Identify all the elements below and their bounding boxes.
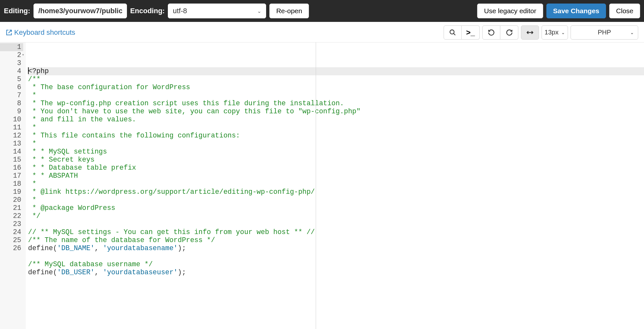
line-number: 7 xyxy=(0,91,23,99)
code-line[interactable]: * The wp-config.php creation script uses… xyxy=(28,99,644,108)
code-token: 'DB_USER' xyxy=(57,268,94,276)
line-number: 6 xyxy=(0,83,23,91)
search-terminal-group: >_ xyxy=(444,25,480,40)
chevron-down-icon: ⌄ xyxy=(561,30,565,35)
code-token: , xyxy=(94,244,103,252)
line-number: 13 xyxy=(0,140,23,148)
code-line[interactable]: * * Secret keys xyxy=(28,156,644,164)
code-token: * The base configuration for WordPress xyxy=(28,83,190,91)
code-line[interactable]: * * ABSPATH xyxy=(28,172,644,180)
code-token: * * Secret keys xyxy=(28,156,94,164)
line-number: 9 xyxy=(0,108,23,116)
code-token: ); xyxy=(178,268,186,276)
code-line[interactable]: define('DB_NAME', 'yourdatabasename'); xyxy=(28,244,644,252)
close-button[interactable]: Close xyxy=(609,4,640,18)
line-number: 1 xyxy=(0,43,23,51)
code-token: * * Database table prefix xyxy=(28,164,136,172)
file-path-input[interactable] xyxy=(34,4,127,18)
code-line[interactable]: * xyxy=(28,180,644,188)
reopen-button[interactable]: Re-open xyxy=(269,4,309,18)
line-number: 22 xyxy=(0,212,23,220)
code-line[interactable]: <?php xyxy=(28,67,644,75)
code-content[interactable]: <?php/** * The base configuration for Wo… xyxy=(26,42,644,329)
redo-icon xyxy=(506,29,513,36)
editing-group: Editing: xyxy=(4,4,127,18)
code-token: */ xyxy=(28,212,41,220)
topbar-right: Use legacy editor Save Changes Close xyxy=(477,4,640,18)
code-line[interactable]: * @link https://wordpress.org/support/ar… xyxy=(28,188,644,196)
code-line[interactable]: * * MySQL settings xyxy=(28,148,644,156)
code-token: <?php xyxy=(28,67,49,75)
code-line[interactable]: * @package WordPress xyxy=(28,204,644,212)
code-line[interactable]: * This file contains the following confi… xyxy=(28,132,644,140)
language-select[interactable]: PHP ⌄ xyxy=(571,25,638,40)
encoding-value: utf-8 xyxy=(173,7,187,15)
chevron-down-icon: ⌄ xyxy=(630,30,634,35)
undo-redo-group xyxy=(482,25,518,40)
save-button[interactable]: Save Changes xyxy=(546,4,606,18)
search-icon xyxy=(449,29,456,36)
line-number: 3 xyxy=(0,59,23,67)
keyboard-shortcuts-link[interactable]: Keyboard shortcuts xyxy=(6,28,75,37)
code-token: * @package WordPress xyxy=(28,204,115,212)
line-number: 18 xyxy=(0,180,23,188)
code-token: * @link https://wordpress.org/support/ar… xyxy=(28,188,315,196)
code-line[interactable]: * xyxy=(28,124,644,132)
encoding-select[interactable]: utf-8 ⌄ xyxy=(168,4,266,18)
editing-label: Editing: xyxy=(4,7,30,15)
code-token: 'DB_NAME' xyxy=(57,244,94,252)
code-line[interactable]: * xyxy=(28,196,644,204)
code-line[interactable] xyxy=(28,220,644,228)
line-number: 4 xyxy=(0,67,23,75)
code-line[interactable]: * xyxy=(28,91,644,99)
code-token: * * ABSPATH xyxy=(28,172,78,180)
editor-toolbar: Keyboard shortcuts >_ xyxy=(0,22,644,42)
code-line[interactable]: * You don't have to use the web site, yo… xyxy=(28,108,644,116)
code-line[interactable]: /** The name of the database for WordPre… xyxy=(28,236,644,244)
code-token: * xyxy=(28,91,36,99)
code-line[interactable]: /** xyxy=(28,75,644,83)
terminal-icon: >_ xyxy=(466,28,475,37)
code-editor[interactable]: 12▾3456789101112131415161718192021222324… xyxy=(0,42,644,329)
line-number: 12 xyxy=(0,132,23,140)
wrap-toggle-button[interactable] xyxy=(521,25,539,40)
code-line[interactable]: // ** MySQL settings - You can get this … xyxy=(28,228,644,236)
legacy-editor-button[interactable]: Use legacy editor xyxy=(477,4,543,18)
svg-point-0 xyxy=(450,30,454,34)
code-token: * xyxy=(28,124,36,131)
code-line[interactable]: define('DB_USER', 'yourdatabaseuser'); xyxy=(28,268,644,277)
encoding-group: Encoding: utf-8 ⌄ xyxy=(130,4,266,18)
code-line[interactable]: /** MySQL database username */ xyxy=(28,260,644,268)
redo-button[interactable] xyxy=(500,25,518,40)
code-line[interactable]: * and fill in the values. xyxy=(28,116,644,124)
code-line[interactable] xyxy=(28,252,644,260)
terminal-button[interactable]: >_ xyxy=(462,25,480,40)
code-line[interactable]: */ xyxy=(28,212,644,220)
print-margin xyxy=(316,42,316,329)
line-number: 14 xyxy=(0,148,23,156)
language-value: PHP xyxy=(598,29,611,36)
font-size-value: 13px xyxy=(544,29,558,36)
line-number: 21 xyxy=(0,204,23,212)
line-number: 2▾ xyxy=(0,51,23,59)
search-button[interactable] xyxy=(444,25,462,40)
code-line[interactable]: * xyxy=(28,140,644,148)
code-token: // ** MySQL settings - You can get this … xyxy=(28,228,315,236)
encoding-label: Encoding: xyxy=(130,7,165,15)
undo-button[interactable] xyxy=(482,25,500,40)
code-token: * The wp-config.php creation script uses… xyxy=(28,99,344,107)
line-number: 26 xyxy=(0,244,23,252)
line-number: 25 xyxy=(0,236,23,244)
code-token: * You don't have to use the web site, yo… xyxy=(28,108,360,115)
code-line[interactable]: * * Database table prefix xyxy=(28,164,644,172)
chevron-down-icon: ⌄ xyxy=(257,8,261,14)
code-line[interactable]: * The base configuration for WordPress xyxy=(28,83,644,91)
fold-marker-icon[interactable]: ▾ xyxy=(22,51,24,59)
font-size-select[interactable]: 13px ⌄ xyxy=(542,25,568,40)
line-number: 23 xyxy=(0,220,23,228)
line-number: 17 xyxy=(0,172,23,180)
code-token: /** xyxy=(28,75,41,83)
code-token: define( xyxy=(28,268,57,276)
line-number: 19 xyxy=(0,188,23,196)
code-token: /** The name of the database for WordPre… xyxy=(28,236,215,244)
